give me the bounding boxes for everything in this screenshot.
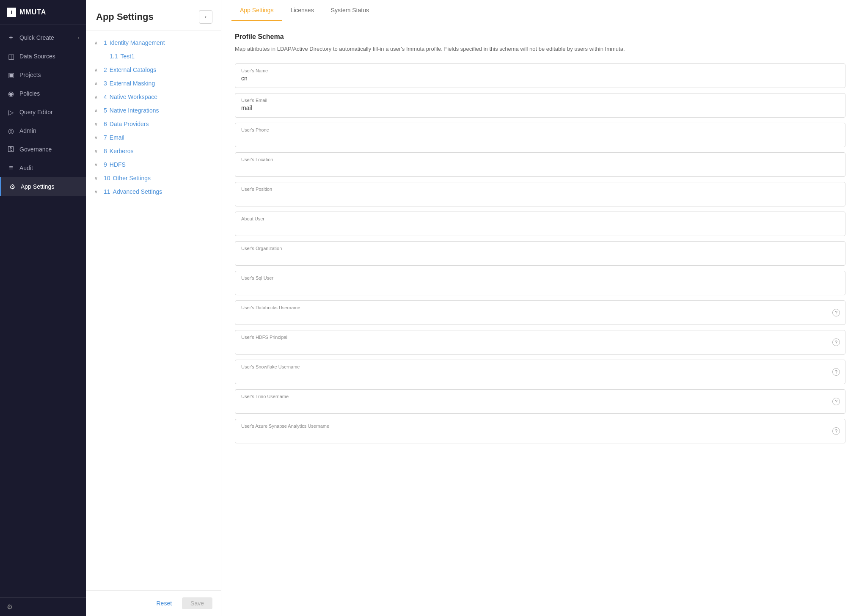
logo-icon: I	[7, 8, 16, 17]
settings-bottom-icon[interactable]: ⚙	[7, 603, 79, 611]
top-tabs: App SettingsLicensesSystem Status	[221, 0, 859, 21]
section-title: Profile Schema	[235, 33, 845, 41]
toc-subitem-1-1[interactable]: 1.1 Test1	[86, 50, 221, 63]
fields-container: User's NamecnUser's EmailmailUser's Phon…	[235, 63, 845, 443]
field-group-11: User's Trino Username?	[235, 389, 845, 414]
info-icon-10[interactable]: ?	[832, 368, 840, 376]
toc-item-1[interactable]: ∧1 Identity Management	[86, 36, 221, 50]
field-group-10: User's Snowflake Username?	[235, 360, 845, 384]
sidebar-item-governance[interactable]: ⚿Governance	[0, 140, 86, 159]
field-value-9[interactable]	[241, 341, 839, 350]
sidebar-item-app-settings[interactable]: ⚙App Settings	[0, 177, 86, 196]
toc-item-3[interactable]: ∧3 External Masking	[86, 77, 221, 90]
toc-label-4: Native Workspace	[110, 94, 157, 100]
terminal-icon: ▷	[7, 108, 15, 116]
field-group-2: User's Phone	[235, 123, 845, 147]
chevron-up-icon: ∧	[94, 108, 101, 113]
field-group-9: User's HDFS Principal?	[235, 330, 845, 355]
toc-label-3: External Masking	[110, 80, 155, 87]
sidebar-item-label-query-editor: Query Editor	[19, 109, 79, 116]
content-area: Profile Schema Map attributes in LDAP/Ac…	[221, 21, 859, 616]
field-group-1: User's Emailmail	[235, 93, 845, 118]
toc-item-4[interactable]: ∧4 Native Workspace	[86, 90, 221, 104]
collapse-button[interactable]: ‹	[199, 10, 212, 24]
field-group-8: User's Databricks Username?	[235, 300, 845, 325]
sidebar-item-data-sources[interactable]: ◫Data Sources	[0, 47, 86, 66]
field-group-5: About User	[235, 212, 845, 236]
field-label-3: User's Location	[241, 157, 839, 162]
chevron-down-icon: ∨	[94, 135, 101, 140]
tab-licenses[interactable]: Licenses	[282, 0, 322, 21]
field-value-0[interactable]: cn	[241, 75, 839, 83]
folder-icon: ▣	[7, 71, 15, 79]
toc-item-2[interactable]: ∧2 External Catalogs	[86, 63, 221, 77]
toc-num-1: 1	[104, 39, 107, 46]
toc-label-9: HDFS	[110, 161, 126, 168]
sidebar-item-label-policies: Policies	[19, 90, 79, 97]
chevron-up-icon: ∧	[94, 67, 101, 73]
toc-item-10[interactable]: ∨10 Other Settings	[86, 171, 221, 185]
toc-item-7[interactable]: ∨7 Email	[86, 131, 221, 144]
field-value-4[interactable]	[241, 193, 839, 202]
field-label-1: User's Email	[241, 98, 839, 103]
toc-item-8[interactable]: ∨8 Kerberos	[86, 144, 221, 158]
sidebar-item-audit[interactable]: ≡Audit	[0, 159, 86, 177]
field-group-12: User's Azure Synapse Analytics Username?	[235, 419, 845, 443]
toc-item-9[interactable]: ∨9 HDFS	[86, 158, 221, 171]
toc-num-7: 7	[104, 134, 107, 141]
sidebar-nav: +Quick Create›◫Data Sources▣Projects◉Pol…	[0, 25, 86, 597]
field-value-3[interactable]	[241, 164, 839, 172]
field-group-4: User's Position	[235, 182, 845, 206]
field-value-1[interactable]: mail	[241, 104, 839, 113]
toc-num-11: 11	[104, 188, 110, 195]
tab-app-settings[interactable]: App Settings	[231, 0, 282, 21]
sidebar-item-label-projects: Projects	[19, 72, 79, 78]
field-label-2: User's Phone	[241, 127, 839, 132]
sidebar-item-quick-create[interactable]: +Quick Create›	[0, 28, 86, 47]
field-value-6[interactable]	[241, 253, 839, 261]
sidebar-item-admin[interactable]: ◎Admin	[0, 121, 86, 140]
layers-icon: ◫	[7, 52, 15, 60]
field-group-0: User's Namecn	[235, 63, 845, 88]
sidebar-item-query-editor[interactable]: ▷Query Editor	[0, 103, 86, 121]
reset-button[interactable]: Reset	[151, 597, 177, 609]
info-icon-8[interactable]: ?	[832, 309, 840, 316]
field-label-9: User's HDFS Principal	[241, 335, 839, 340]
toc-label-8: Kerberos	[110, 148, 134, 154]
tab-system-status[interactable]: System Status	[322, 0, 377, 21]
field-value-12[interactable]	[241, 430, 839, 439]
field-value-11[interactable]	[241, 401, 839, 409]
toc-item-6[interactable]: ∨6 Data Providers	[86, 117, 221, 131]
section-description: Map attributes in LDAP/Active Directory …	[235, 45, 845, 53]
field-label-10: User's Snowflake Username	[241, 364, 839, 369]
main-content: App SettingsLicensesSystem Status Profil…	[221, 0, 859, 616]
left-panel-title: App Settings	[96, 11, 154, 22]
chevron-down-icon: ∨	[94, 121, 101, 127]
toc-label-6: Data Providers	[110, 121, 149, 127]
toc-item-5[interactable]: ∧5 Native Integrations	[86, 104, 221, 117]
sidebar-item-projects[interactable]: ▣Projects	[0, 66, 86, 84]
save-button[interactable]: Save	[182, 597, 212, 609]
sidebar-item-label-quick-create: Quick Create	[19, 34, 78, 41]
field-value-8[interactable]	[241, 312, 839, 320]
field-value-10[interactable]	[241, 371, 839, 380]
chevron-down-icon: ∨	[94, 148, 101, 154]
info-icon-9[interactable]: ?	[832, 338, 840, 346]
book-icon: ≡	[7, 164, 15, 172]
sidebar-item-label-audit: Audit	[19, 165, 79, 171]
sidebar: I MMUTA +Quick Create›◫Data Sources▣Proj…	[0, 0, 86, 616]
chevron-up-icon: ∧	[94, 94, 101, 100]
left-panel-footer: Reset Save	[86, 590, 221, 616]
field-value-2[interactable]	[241, 134, 839, 143]
info-icon-11[interactable]: ?	[832, 398, 840, 405]
field-label-5: About User	[241, 216, 839, 221]
field-value-5[interactable]	[241, 223, 839, 231]
toc-item-11[interactable]: ∨11 Advanced Settings	[86, 185, 221, 198]
info-icon-12[interactable]: ?	[832, 427, 840, 435]
field-label-8: User's Databricks Username	[241, 305, 839, 310]
sidebar-item-label-data-sources: Data Sources	[19, 53, 79, 60]
toc-num-6: 6	[104, 121, 107, 127]
toc-list: ∧1 Identity Management1.1 Test1∧2 Extern…	[86, 31, 221, 590]
sidebar-item-policies[interactable]: ◉Policies	[0, 84, 86, 103]
field-value-7[interactable]	[241, 282, 839, 291]
